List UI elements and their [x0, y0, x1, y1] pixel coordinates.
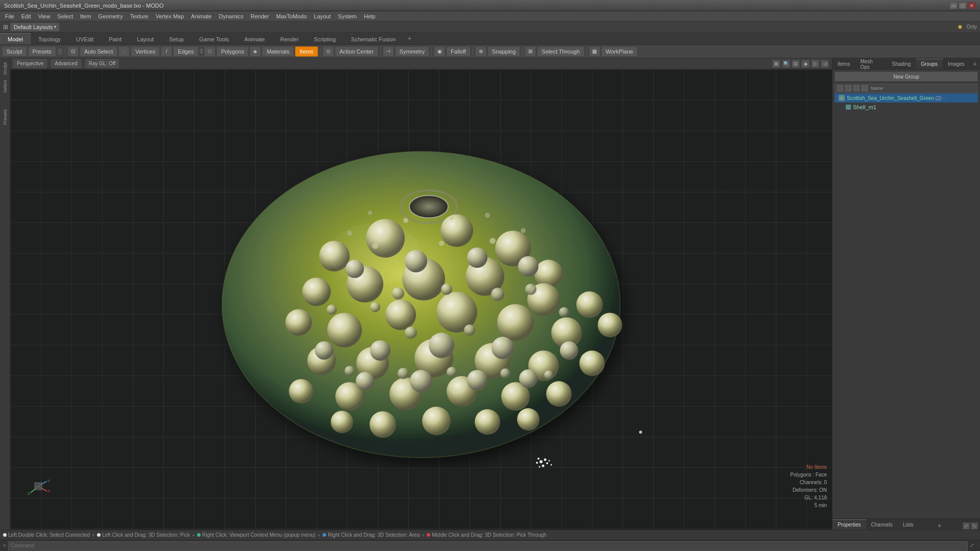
tab-schematic-fusion[interactable]: Schematic Fusion — [344, 33, 403, 44]
svg-point-51 — [467, 370, 487, 390]
menu-animate[interactable]: Animate — [188, 12, 214, 20]
menu-view[interactable]: View — [35, 12, 54, 20]
menu-edit[interactable]: Edit — [18, 12, 34, 20]
svg-point-81 — [546, 462, 548, 464]
minimize-button[interactable]: ─ — [949, 2, 958, 9]
auto-select-icon[interactable]: ⊡ — [67, 46, 79, 57]
auto-select-button[interactable]: Auto Select — [80, 46, 117, 57]
menu-geometry[interactable]: Geometry — [95, 12, 126, 20]
symmetry-icon[interactable]: ⊣ — [383, 46, 394, 57]
materials-icon[interactable]: ◈ — [250, 46, 261, 57]
snapping-button[interactable]: Snapping — [487, 46, 521, 57]
rpanel-tab-images[interactable]: Images — [943, 59, 970, 69]
channels-label: Channels: 0 — [790, 479, 827, 486]
command-input[interactable] — [8, 541, 968, 550]
svg-point-42 — [467, 247, 487, 268]
rpanel-tab-shading[interactable]: Shading — [887, 59, 916, 69]
rpanel-tab-mesh-ops[interactable]: Mesh Ops — [855, 59, 887, 69]
tab-topology[interactable]: Topology — [31, 33, 68, 44]
menu-help[interactable]: Help — [361, 12, 379, 20]
sidebar-tab-presets[interactable]: Presets — [2, 107, 9, 127]
vp-icon-3[interactable]: ⊡ — [792, 60, 800, 68]
edges-icon[interactable]: / — [161, 46, 172, 57]
menu-dynamics[interactable]: Dynamics — [216, 12, 247, 20]
tool-bar: Sculpt Presets ▒ ⊡ Auto Select · Vertice… — [0, 45, 980, 58]
vertices-button[interactable]: Vertices — [131, 46, 160, 57]
tab-uvedit[interactable]: UVEdit — [68, 33, 101, 44]
svg-point-76 — [521, 228, 526, 233]
polygons-button[interactable]: Polygons — [216, 46, 249, 57]
rpanel-tab-groups[interactable]: Groups — [916, 59, 943, 69]
sidebar-tab-select[interactable]: Select — [2, 78, 9, 95]
scene-child-item[interactable]: Shell_m1 — [835, 103, 978, 112]
menu-file[interactable]: File — [2, 12, 17, 20]
status-dot-3 — [197, 533, 201, 537]
tab-render[interactable]: Render — [273, 33, 306, 44]
tab-layout[interactable]: Layout — [129, 33, 161, 44]
sculpt-button[interactable]: Sculpt — [2, 46, 27, 57]
items-button[interactable]: Items — [295, 46, 318, 57]
svg-point-74 — [485, 213, 490, 218]
gl-label: GL: 4,118 — [790, 494, 827, 502]
rpanel-bottom-add-button[interactable]: + — [935, 521, 945, 530]
rpanel-bottom-tab-properties[interactable]: Properties — [832, 519, 866, 530]
vp-icon-4[interactable]: ◈ — [801, 60, 810, 68]
workplane-icon[interactable]: ▦ — [589, 46, 600, 57]
title-bar: Scottish_Sea_Urchin_Seashell_Green_modo_… — [0, 0, 980, 11]
menu-select[interactable]: Select — [54, 12, 76, 20]
rpanel-add-tab-button[interactable]: + — [970, 59, 980, 69]
action-center-icon[interactable]: ⊙ — [323, 46, 334, 57]
falloff-button[interactable]: Falloff — [446, 46, 471, 57]
select-through-button[interactable]: Select Through — [537, 46, 584, 57]
workplane-button[interactable]: WorkPlane — [601, 46, 638, 57]
rpanel-bottom-tab-lists[interactable]: Lists — [898, 519, 919, 530]
menu-item[interactable]: Item — [77, 12, 94, 20]
tab-setup[interactable]: Setup — [161, 33, 191, 44]
symmetry-button[interactable]: Symmetry — [395, 46, 430, 57]
snapping-icon[interactable]: ⊕ — [475, 46, 486, 57]
ray-gl-button[interactable]: Ray GL: Off — [85, 59, 119, 68]
vertices-icon[interactable]: · — [118, 46, 130, 57]
vp-icon-1[interactable]: ⊞ — [772, 60, 780, 68]
rpanel-bottom-tab-channels[interactable]: Channels — [866, 519, 898, 530]
menu-texture[interactable]: Texture — [127, 12, 152, 20]
action-center-button[interactable]: Action Center — [335, 46, 378, 57]
tab-game-tools[interactable]: Game Tools — [191, 33, 237, 44]
status-hint-2: Left Click and Drag: 3D Selection: Pick — [102, 532, 190, 538]
right-panel-content[interactable]: New Group Name ▪ Scottish_Sea_Urchin_Sea… — [832, 69, 980, 518]
add-tab-button[interactable]: + — [403, 32, 415, 44]
scene-root-item[interactable]: ▪ Scottish_Sea_Urchin_Seashell_Green (2)… — [835, 93, 978, 103]
viewport-canvas[interactable]: Y X Z No Items Polygons : Face Channels:… — [10, 69, 832, 530]
advanced-button[interactable]: Advanced — [51, 59, 81, 68]
vp-icon-6[interactable]: ◁ — [821, 60, 829, 68]
menu-layout[interactable]: Layout — [311, 12, 334, 20]
svg-point-16 — [576, 291, 603, 318]
vp-icon-2[interactable]: 🔍 — [782, 60, 790, 68]
tab-animate[interactable]: Animate — [237, 33, 273, 44]
sidebar-tab-sculpt[interactable]: Sculpt — [2, 60, 9, 77]
polygons-icon[interactable]: □ — [204, 46, 215, 57]
menu-maxtomodo[interactable]: MaxToModo — [273, 12, 310, 20]
tab-model[interactable]: Model — [0, 33, 31, 44]
menu-render[interactable]: Render — [248, 12, 272, 20]
vp-icon-5[interactable]: ▷ — [811, 60, 819, 68]
tab-paint[interactable]: Paint — [101, 33, 129, 44]
panel-collapse-button[interactable]: ⤡ — [971, 522, 978, 530]
menu-system[interactable]: System — [335, 12, 360, 20]
svg-point-36 — [370, 411, 396, 438]
select-through-icon[interactable]: ⊠ — [525, 46, 536, 57]
menu-vertex-map[interactable]: Vertex Map — [153, 12, 187, 20]
only-label: Only — [966, 24, 977, 30]
materials-button[interactable]: Materials — [262, 46, 294, 57]
tab-scripting[interactable]: Scripting — [306, 33, 344, 44]
rpanel-tab-items[interactable]: Items — [832, 59, 855, 69]
close-button[interactable]: ✕ — [968, 2, 976, 9]
falloff-icon[interactable]: ◉ — [434, 46, 445, 57]
perspective-button[interactable]: Perspective — [13, 59, 47, 68]
new-group-button[interactable]: New Group — [835, 71, 978, 82]
layout-dropdown[interactable]: Default Layouts ▾ — [10, 22, 60, 32]
presets-button[interactable]: Presets — [28, 46, 56, 57]
panel-expand-button[interactable]: ⤢ — [963, 522, 970, 530]
edges-button[interactable]: Edges — [173, 46, 198, 57]
maximize-button[interactable]: □ — [959, 2, 967, 9]
